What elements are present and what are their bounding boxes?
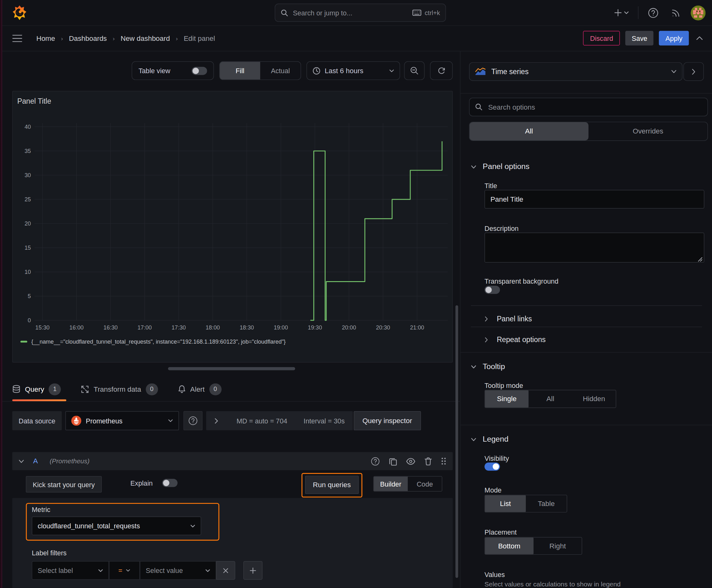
tab-all[interactable]: All bbox=[470, 122, 589, 141]
query-editor-card: Metric cloudflared_tunnel_total_requests… bbox=[12, 498, 453, 588]
metric-select[interactable]: cloudflared_tunnel_total_requests bbox=[32, 517, 201, 535]
bell-icon bbox=[178, 385, 186, 393]
magnifier-minus-icon bbox=[410, 66, 418, 75]
add-filter-button[interactable] bbox=[243, 561, 262, 580]
chart-legend-item[interactable]: {__name__="cloudflared_tunnel_total_requ… bbox=[20, 339, 286, 345]
zoom-out-button[interactable] bbox=[404, 61, 425, 80]
chevron-right-icon: › bbox=[176, 35, 178, 42]
chevron-down-icon bbox=[671, 69, 676, 74]
table-view-toggle[interactable] bbox=[192, 67, 207, 75]
refresh-button[interactable] bbox=[430, 61, 453, 80]
legend-visibility-toggle[interactable] bbox=[484, 462, 500, 470]
legend-values-help: Select values or calculations to show in… bbox=[484, 581, 621, 588]
visualization-picker[interactable]: Time series bbox=[469, 62, 683, 81]
duplicate-query-icon[interactable] bbox=[389, 457, 397, 465]
panel-options-header[interactable]: Panel options bbox=[471, 162, 530, 171]
select-label-dropdown[interactable]: Select label bbox=[32, 561, 109, 580]
legend-visibility-label: Visibility bbox=[484, 454, 509, 462]
query-inspector-button[interactable]: Query inspector bbox=[354, 411, 421, 430]
apply-button[interactable]: Apply bbox=[659, 31, 689, 45]
datasource-label: Data source bbox=[12, 411, 62, 430]
svg-text:15:30: 15:30 bbox=[36, 324, 50, 331]
drag-handle-icon[interactable] bbox=[441, 457, 446, 465]
builder-code-group: Builder Code bbox=[373, 476, 442, 491]
global-search-input[interactable]: Search or jump to... ctrl+k bbox=[275, 4, 446, 22]
code-option[interactable]: Code bbox=[408, 477, 442, 491]
chevron-down-icon[interactable] bbox=[19, 459, 24, 463]
tooltip-mode-group: Single All Hidden bbox=[484, 390, 616, 408]
placement-bottom-option[interactable]: Bottom bbox=[485, 538, 534, 554]
fill-option[interactable]: Fill bbox=[220, 62, 260, 80]
interval-value: Interval = 30s bbox=[304, 417, 345, 425]
main-scrollbar-thumb[interactable] bbox=[455, 305, 458, 578]
run-queries-button[interactable]: Run queries bbox=[305, 476, 359, 494]
chevron-right-icon[interactable] bbox=[214, 418, 218, 424]
legend-table-option[interactable]: Table bbox=[526, 495, 567, 512]
tooltip-hidden-option[interactable]: Hidden bbox=[572, 390, 616, 407]
legend-series-swatch bbox=[20, 341, 27, 343]
topbar-divider bbox=[638, 6, 638, 19]
grafana-logo[interactable] bbox=[12, 5, 27, 20]
datasource-help-button[interactable] bbox=[184, 411, 202, 430]
options-divider bbox=[460, 93, 712, 93]
operator-dropdown[interactable]: = bbox=[109, 561, 140, 580]
tab-alert[interactable]: Alert 0 bbox=[178, 377, 231, 401]
user-avatar[interactable] bbox=[691, 5, 706, 20]
explain-toggle[interactable] bbox=[162, 479, 177, 487]
builder-option[interactable]: Builder bbox=[373, 477, 408, 491]
kick-start-query-button[interactable]: Kick start your query bbox=[26, 476, 102, 492]
tab-query-count: 1 bbox=[49, 383, 61, 395]
legend-header[interactable]: Legend bbox=[471, 435, 509, 444]
tooltip-single-option[interactable]: Single bbox=[485, 390, 528, 407]
legend-list-option[interactable]: List bbox=[485, 495, 526, 512]
actual-option[interactable]: Actual bbox=[260, 62, 301, 80]
viz-list-expand-button[interactable] bbox=[684, 62, 704, 81]
tab-query[interactable]: Query 1 bbox=[12, 377, 70, 401]
query-help-icon[interactable] bbox=[370, 456, 380, 466]
question-circle-icon bbox=[648, 7, 659, 18]
label-filter-row: Select label = Select value bbox=[32, 561, 262, 580]
select-value-placeholder: Select value bbox=[146, 567, 201, 574]
save-button[interactable]: Save bbox=[625, 31, 654, 45]
help-button[interactable] bbox=[645, 4, 662, 21]
datasource-picker[interactable]: Prometheus bbox=[65, 411, 179, 430]
query-actions-row: Kick start your query Explain Run querie… bbox=[12, 475, 453, 498]
tooltip-all-option[interactable]: All bbox=[528, 390, 572, 407]
breadcrumb-home[interactable]: Home bbox=[37, 34, 55, 42]
news-button[interactable] bbox=[668, 4, 684, 21]
query-row-header[interactable]: A (Prometheus) bbox=[12, 452, 453, 470]
svg-text:19:30: 19:30 bbox=[308, 324, 322, 331]
panel-links-section[interactable]: Panel links bbox=[484, 311, 532, 327]
hide-response-icon[interactable] bbox=[406, 458, 415, 465]
tab-transform-data[interactable]: Transform data 0 bbox=[81, 377, 167, 401]
panel-title-input[interactable] bbox=[484, 190, 704, 209]
remove-filter-button[interactable] bbox=[216, 561, 235, 580]
panel-resize-handle[interactable] bbox=[168, 367, 295, 370]
select-value-dropdown[interactable]: Select value bbox=[140, 561, 216, 580]
new-menu-button[interactable] bbox=[611, 6, 632, 19]
panel-options-pane: Time series All Overrides Panel options … bbox=[460, 51, 712, 588]
panel-links-label: Panel links bbox=[497, 315, 532, 323]
refresh-icon bbox=[437, 66, 446, 75]
chevron-right-icon: › bbox=[113, 35, 114, 42]
svg-text:17:00: 17:00 bbox=[137, 324, 152, 331]
query-section-tabs: Query 1 Transform data 0 Alert 0 bbox=[0, 377, 460, 402]
tab-overrides[interactable]: Overrides bbox=[589, 122, 708, 141]
metric-label: Metric bbox=[32, 506, 50, 513]
top-nav-bar: Search or jump to... ctrl+k bbox=[0, 0, 712, 26]
placement-right-option[interactable]: Right bbox=[534, 538, 582, 554]
discard-button[interactable]: Discard bbox=[583, 31, 620, 45]
breadcrumb-dashboards[interactable]: Dashboards bbox=[69, 34, 107, 42]
options-search[interactable] bbox=[469, 98, 708, 116]
breadcrumb-new-dashboard[interactable]: New dashboard bbox=[121, 34, 170, 42]
trash-icon[interactable] bbox=[424, 457, 432, 465]
repeat-options-section[interactable]: Repeat options bbox=[484, 332, 546, 348]
description-textarea[interactable] bbox=[484, 233, 704, 262]
collapse-options-button[interactable] bbox=[694, 34, 705, 42]
menu-toggle-button[interactable] bbox=[12, 35, 22, 42]
transparent-background-toggle[interactable] bbox=[484, 286, 500, 294]
tooltip-header[interactable]: Tooltip bbox=[471, 362, 505, 371]
options-search-input[interactable] bbox=[487, 102, 702, 111]
time-range-picker[interactable]: Last 6 hours bbox=[306, 61, 400, 80]
svg-text:5: 5 bbox=[28, 293, 31, 299]
